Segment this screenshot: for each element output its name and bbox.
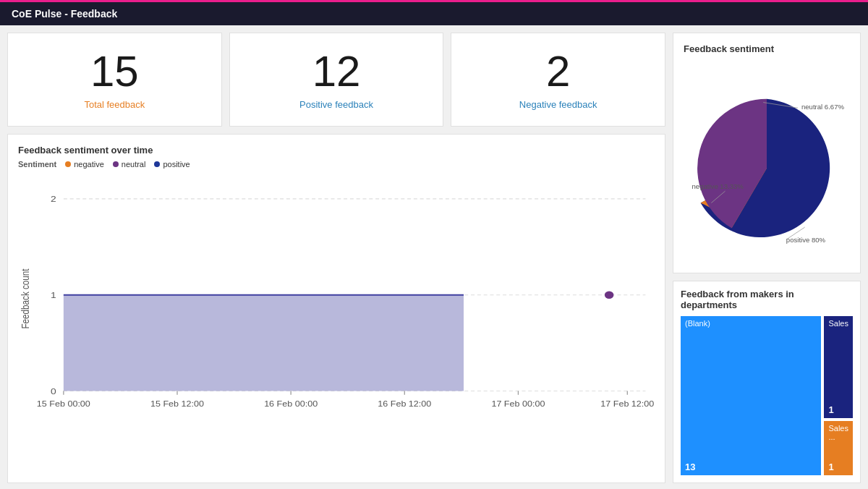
svg-text:neutral 6.67%: neutral 6.67% — [801, 103, 845, 111]
treemap-sales1-label: Sales — [828, 319, 848, 328]
line-chart-svg: 2 1 0 Feedback count 15 Feb 00:00 15 Feb… — [18, 176, 655, 422]
treemap-container: (Blank) 13 Sales 1 Sales ... 1 — [681, 316, 853, 475]
svg-point-8 — [605, 291, 614, 299]
right-column: Feedback sentiment neutral 6. — [673, 33, 861, 483]
dashboard: 15 Total feedback 12 Positive feedback 2… — [0, 25, 868, 489]
kpi-total-number: 15 — [90, 50, 139, 93]
kpi-total: 15 Total feedback — [7, 33, 222, 127]
sentiment-over-time-card: Feedback sentiment over time Sentiment n… — [7, 134, 665, 483]
kpi-negative-number: 2 — [546, 50, 570, 93]
kpi-positive-label: Positive feedback — [299, 99, 373, 110]
neutral-dot — [113, 161, 119, 167]
negative-dot — [65, 161, 71, 167]
left-column: 15 Total feedback 12 Positive feedback 2… — [7, 33, 665, 483]
kpi-total-label: Total feedback — [84, 99, 145, 110]
treemap-title: Feedback from makers in departments — [681, 289, 853, 310]
svg-marker-7 — [64, 295, 464, 391]
legend-negative-label: negative — [74, 160, 104, 169]
app-title: CoE Pulse - Feedback — [12, 8, 117, 20]
svg-text:17 Feb 00:00: 17 Feb 00:00 — [491, 399, 545, 408]
treemap-sales1-count: 1 — [828, 404, 848, 415]
pie-svg: neutral 6.67% negative 13.33% positive 8… — [684, 64, 850, 259]
legend-positive-label: positive — [163, 160, 190, 169]
line-chart-area: 2 1 0 Feedback count 15 Feb 00:00 15 Feb… — [18, 176, 655, 422]
svg-text:16 Feb 00:00: 16 Feb 00:00 — [264, 399, 318, 408]
legend-neutral-label: neutral — [122, 160, 146, 169]
treemap-sales2-cell: Sales ... 1 — [824, 421, 853, 475]
kpi-positive: 12 Positive feedback — [229, 33, 444, 127]
treemap-right: Sales 1 Sales ... 1 — [824, 316, 853, 475]
svg-text:15 Feb 12:00: 15 Feb 12:00 — [150, 399, 205, 408]
kpi-negative-label: Negative feedback — [519, 99, 597, 110]
pie-container: neutral 6.67% negative 13.33% positive 8… — [684, 60, 850, 263]
treemap-sales2-label: Sales ... — [828, 424, 848, 441]
treemap-blank-cell: (Blank) 13 — [681, 316, 821, 475]
pie-chart-card: Feedback sentiment neutral 6. — [673, 33, 861, 273]
kpi-row: 15 Total feedback 12 Positive feedback 2… — [7, 33, 665, 127]
svg-text:negative 13.33%: negative 13.33% — [692, 182, 744, 190]
sentiment-chart-title: Feedback sentiment over time — [18, 145, 655, 156]
positive-dot — [154, 161, 160, 167]
treemap-card: Feedback from makers in departments (Bla… — [673, 281, 861, 483]
svg-text:2: 2 — [51, 194, 56, 204]
kpi-negative: 2 Negative feedback — [451, 33, 665, 127]
svg-text:Feedback count: Feedback count — [20, 268, 31, 329]
svg-text:positive 80%: positive 80% — [786, 236, 826, 244]
legend-negative: negative — [65, 160, 104, 169]
svg-text:17 Feb 12:00: 17 Feb 12:00 — [600, 399, 655, 408]
legend-neutral: neutral — [113, 160, 146, 169]
legend-positive: positive — [154, 160, 190, 169]
treemap-blank-count: 13 — [685, 462, 817, 472]
top-bar: CoE Pulse - Feedback — [0, 0, 868, 25]
pie-chart-title: Feedback sentiment — [684, 43, 850, 54]
svg-text:15 Feb 00:00: 15 Feb 00:00 — [37, 399, 91, 408]
treemap-left: (Blank) 13 — [681, 316, 821, 475]
kpi-positive-number: 12 — [312, 50, 361, 93]
svg-text:16 Feb 12:00: 16 Feb 12:00 — [378, 399, 432, 408]
chart-legend: Sentiment negative neutral positive — [18, 160, 655, 169]
svg-text:1: 1 — [51, 290, 56, 300]
svg-text:0: 0 — [51, 386, 56, 396]
treemap-sales1-cell: Sales 1 — [824, 316, 853, 418]
sentiment-legend-label: Sentiment — [18, 160, 56, 169]
treemap-blank-label: (Blank) — [685, 319, 817, 328]
treemap-sales2-count: 1 — [828, 462, 848, 472]
